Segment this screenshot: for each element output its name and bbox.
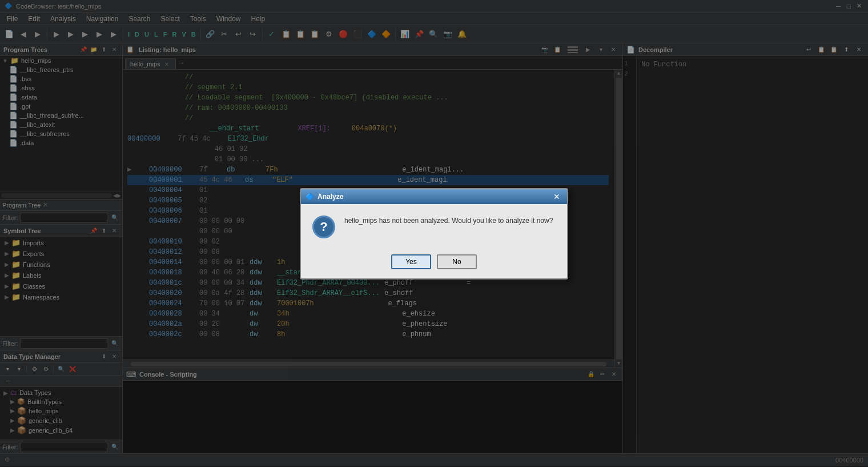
dialog-question-icon: ? [312, 215, 335, 238]
analyze-dialog: 🔷 Analyze ✕ ? hello_mips has not been an… [300, 188, 568, 280]
dialog-icon-text: ? [320, 219, 327, 234]
modal-overlay: 🔷 Analyze ✕ ? hello_mips has not been an… [0, 0, 868, 467]
dialog-title: 🔷 Analyze [306, 193, 343, 201]
dialog-message: hello_mips has not been analyzed. Would … [344, 215, 556, 226]
dialog-buttons: Yes No [301, 250, 567, 278]
dialog-body: ? hello_mips has not been analyzed. Woul… [301, 204, 567, 250]
dialog-title-bar: 🔷 Analyze ✕ [301, 189, 567, 204]
dialog-title-text: Analyze [318, 193, 343, 201]
dialog-close-button[interactable]: ✕ [551, 191, 562, 202]
dialog-title-icon: 🔷 [306, 193, 314, 201]
dialog-no-button[interactable]: No [437, 254, 477, 269]
dialog-yes-button[interactable]: Yes [391, 254, 431, 269]
